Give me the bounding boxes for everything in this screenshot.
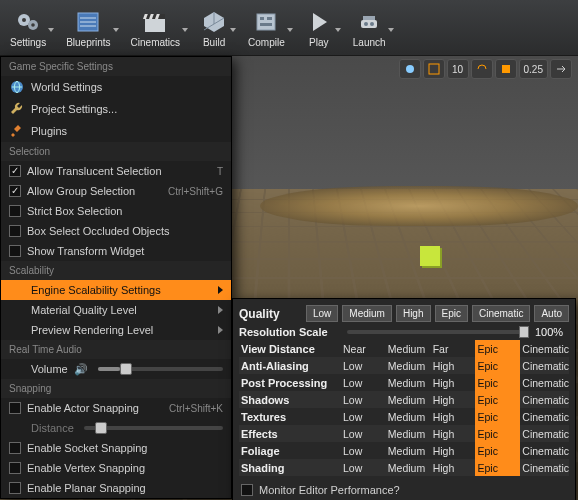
scalability-opt-cinematic[interactable]: Cinematic [520,357,569,374]
submenu-arrow-icon [218,326,223,334]
scalability-opt-cinematic[interactable]: Cinematic [520,425,569,442]
scalability-opt-low[interactable]: Low [341,408,386,425]
quality-preset-low[interactable]: Low [306,305,338,322]
build-toolbar-button[interactable]: Build [190,2,238,53]
scalability-opt-medium[interactable]: Medium [386,391,431,408]
scalability-opt-epic[interactable]: Epic [475,425,520,442]
scalability-opt-medium[interactable]: Medium [386,374,431,391]
slider-knob[interactable] [120,363,132,375]
scalability-opt-high[interactable]: High [431,459,476,476]
scalability-row-name: Shading [239,459,341,476]
quality-preset-auto[interactable]: Auto [534,305,569,322]
quality-preset-epic[interactable]: Epic [435,305,468,322]
menu-item-show-transform-widget[interactable]: Show Transform Widget [1,241,231,261]
play-toolbar-button[interactable]: Play [295,2,343,53]
scalability-opt-high[interactable]: High [431,425,476,442]
scalability-opt-cinematic[interactable]: Cinematic [520,340,569,357]
quality-preset-medium[interactable]: Medium [342,305,392,322]
scalability-opt-epic[interactable]: Epic [475,408,520,425]
menu-item-preview-rendering-level[interactable]: Preview Rendering Level [1,320,231,340]
grid-snap-icon[interactable] [423,59,445,79]
viewport-toggle-icon[interactable] [399,59,421,79]
scalability-opt-epic[interactable]: Epic [475,357,520,374]
scale-snap-value[interactable]: 0.25 [519,59,548,79]
scalability-opt-high[interactable]: High [431,408,476,425]
menu-item-strict-box-selection[interactable]: Strict Box Selection [1,201,231,221]
scalability-opt-low[interactable]: Low [341,374,386,391]
scalability-opt-cinematic[interactable]: Cinematic [520,442,569,459]
scalability-opt-near[interactable]: Near [341,340,386,357]
scalability-opt-low[interactable]: Low [341,391,386,408]
scalability-opt-epic[interactable]: Epic [475,459,520,476]
checkbox[interactable] [9,165,21,177]
checkbox[interactable] [9,482,21,494]
menu-item-plugins[interactable]: Plugins [1,120,231,142]
menu-item-engine-scalability-settings[interactable]: Engine Scalability Settings [1,280,231,300]
slider-knob[interactable] [95,422,107,434]
checkbox[interactable] [9,185,21,197]
menu-item-distance[interactable]: Distance [1,418,231,438]
checkbox[interactable] [9,205,21,217]
scalability-opt-high[interactable]: High [431,391,476,408]
scalability-opt-low[interactable]: Low [341,425,386,442]
menu-item-project-settings[interactable]: Project Settings... [1,98,231,120]
menu-item-allow-translucent-selection[interactable]: Allow Translucent SelectionT [1,161,231,181]
scalability-opt-epic[interactable]: Epic [475,340,520,357]
scalability-opt-cinematic[interactable]: Cinematic [520,408,569,425]
cinematics-toolbar-button[interactable]: Cinematics [121,2,190,53]
settings-toolbar-button[interactable]: Settings [0,2,56,53]
scalability-opt-high[interactable]: High [431,442,476,459]
scalability-opt-low[interactable]: Low [341,442,386,459]
quality-preset-cinematic[interactable]: Cinematic [472,305,530,322]
menu-item-volume[interactable]: Volume🔊 [1,359,231,379]
checkbox[interactable] [9,442,21,454]
scalability-opt-cinematic[interactable]: Cinematic [520,374,569,391]
camera-speed-icon[interactable] [550,59,572,79]
yellow-cube-actor[interactable] [420,246,440,266]
compile-toolbar-button[interactable]: Compile [238,2,295,53]
slider-knob[interactable] [519,326,529,338]
monitor-performance-row[interactable]: Monitor Editor Performance? [239,482,569,498]
menu-item-material-quality-level[interactable]: Material Quality Level [1,300,231,320]
toolbar-button-label: Settings [10,37,46,48]
launch-toolbar-button[interactable]: Launch [343,2,396,53]
menu-item-box-select-occluded-objects[interactable]: Box Select Occluded Objects [1,221,231,241]
distance-slider[interactable] [84,426,223,430]
menu-item-label: Material Quality Level [31,304,212,316]
scalability-opt-medium[interactable]: Medium [386,357,431,374]
scalability-opt-cinematic[interactable]: Cinematic [520,459,569,476]
checkbox[interactable] [241,484,253,496]
volume-slider[interactable] [98,367,223,371]
checkbox[interactable] [9,245,21,257]
scalability-opt-epic[interactable]: Epic [475,391,520,408]
scalability-opt-low[interactable]: Low [341,357,386,374]
checkbox[interactable] [9,462,21,474]
scalability-opt-medium[interactable]: Medium [386,459,431,476]
scalability-opt-epic[interactable]: Epic [475,442,520,459]
menu-item-enable-planar-snapping[interactable]: Enable Planar Snapping [1,478,231,498]
grid-snap-value[interactable]: 10 [447,59,469,79]
menu-item-world-settings[interactable]: World Settings [1,76,231,98]
scalability-opt-medium[interactable]: Medium [386,442,431,459]
scalability-opt-medium[interactable]: Medium [386,425,431,442]
quality-heading: Quality [239,307,302,321]
resolution-scale-slider[interactable] [347,330,529,334]
scalability-opt-low[interactable]: Low [341,459,386,476]
rotation-snap-icon[interactable] [471,59,493,79]
scalability-opt-cinematic[interactable]: Cinematic [520,391,569,408]
scalability-opt-epic[interactable]: Epic [475,374,520,391]
quality-preset-high[interactable]: High [396,305,431,322]
scalability-opt-medium[interactable]: Medium [386,408,431,425]
scalability-opt-high[interactable]: High [431,374,476,391]
menu-item-allow-group-selection[interactable]: Allow Group SelectionCtrl+Shift+G [1,181,231,201]
menu-item-enable-actor-snapping[interactable]: Enable Actor SnappingCtrl+Shift+K [1,398,231,418]
scalability-opt-medium[interactable]: Medium [386,340,431,357]
checkbox[interactable] [9,402,21,414]
blueprints-toolbar-button[interactable]: Blueprints [56,2,120,53]
menu-item-enable-socket-snapping[interactable]: Enable Socket Snapping [1,438,231,458]
scalability-opt-high[interactable]: High [431,357,476,374]
menu-item-enable-vertex-snapping[interactable]: Enable Vertex Snapping [1,458,231,478]
scalability-opt-far[interactable]: Far [431,340,476,357]
scale-snap-icon[interactable] [495,59,517,79]
checkbox[interactable] [9,225,21,237]
